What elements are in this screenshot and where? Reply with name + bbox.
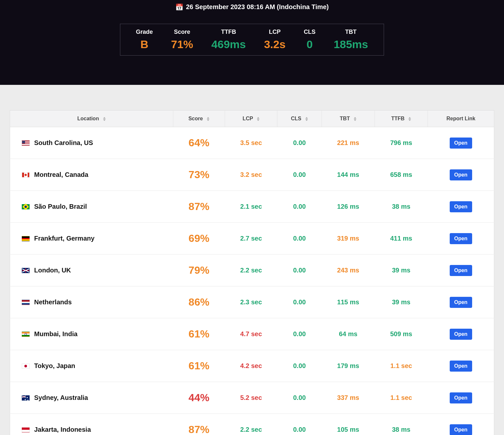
flag-icon (22, 172, 30, 178)
summary-label: TTFB (211, 29, 246, 35)
cell-report: Open (428, 255, 494, 286)
cell-cls: 0.00 (277, 159, 322, 191)
cell-lcp: 3.5 sec (225, 127, 277, 159)
cell-location: São Paulo, Brazil (10, 191, 173, 223)
col-location-label: Location (77, 116, 99, 121)
summary-value: 71% (171, 38, 193, 51)
summary-item-score: Score71% (162, 29, 202, 51)
location-text: Montreal, Canada (34, 171, 88, 178)
flag-icon (22, 204, 30, 209)
sort-icon (305, 117, 308, 121)
cell-location: Netherlands (10, 286, 173, 318)
open-report-button[interactable]: Open (450, 265, 472, 276)
col-cls[interactable]: CLS (277, 111, 322, 127)
cell-location: South Carolina, US (10, 127, 173, 159)
flag-icon (22, 236, 30, 241)
cell-report: Open (428, 159, 494, 191)
cell-tbt: 179 ms (322, 350, 375, 382)
cell-score: 64% (173, 127, 225, 159)
open-report-button[interactable]: Open (450, 329, 472, 340)
cell-lcp: 5.2 sec (225, 382, 277, 414)
cell-lcp: 4.2 sec (225, 350, 277, 382)
cell-location: Tokyo, Japan (10, 350, 173, 382)
cell-score: 79% (173, 255, 225, 286)
cell-cls: 0.00 (277, 318, 322, 350)
cell-tbt: 115 ms (322, 286, 375, 318)
col-score[interactable]: Score (173, 111, 225, 127)
col-lcp-label: LCP (243, 116, 253, 121)
table-row: Sydney, Australia44%5.2 sec0.00337 ms1.1… (10, 382, 494, 414)
cell-location: Montreal, Canada (10, 159, 173, 191)
summary-value: 3.2s (264, 38, 285, 51)
col-lcp[interactable]: LCP (225, 111, 277, 127)
flag-icon (22, 427, 30, 432)
cell-report: Open (428, 191, 494, 223)
cell-score: 61% (173, 350, 225, 382)
table-row: Frankfurt, Germany69%2.7 sec0.00319 ms41… (10, 223, 494, 255)
cell-report: Open (428, 382, 494, 414)
cell-cls: 0.00 (277, 127, 322, 159)
flag-icon (22, 140, 30, 146)
cell-lcp: 2.1 sec (225, 191, 277, 223)
location-text: Sydney, Australia (34, 394, 88, 401)
table-row: Tokyo, Japan61%4.2 sec0.00179 ms1.1 secO… (10, 350, 494, 382)
table-row: Montreal, Canada73%3.2 sec0.00144 ms658 … (10, 159, 494, 191)
cell-lcp: 3.2 sec (225, 159, 277, 191)
open-report-button[interactable]: Open (450, 424, 472, 435)
location-text: Frankfurt, Germany (34, 235, 95, 242)
table-row: London, UK79%2.2 sec0.00243 ms39 msOpen (10, 255, 494, 286)
location-text: Mumbai, India (34, 330, 77, 337)
table-row: São Paulo, Brazil87%2.1 sec0.00126 ms38 … (10, 191, 494, 223)
summary-item-cls: CLS0 (295, 29, 325, 51)
open-report-button[interactable]: Open (450, 361, 472, 372)
cell-lcp: 2.3 sec (225, 286, 277, 318)
cell-ttfb: 39 ms (375, 286, 428, 318)
sort-icon (354, 117, 356, 121)
report-timestamp-text: 26 September 2023 08:16 AM (Indochina Ti… (186, 3, 329, 11)
open-report-button[interactable]: Open (450, 233, 472, 244)
col-cls-label: CLS (291, 116, 301, 121)
cell-ttfb: 38 ms (375, 191, 428, 223)
cell-tbt: 64 ms (322, 318, 375, 350)
cell-lcp: 4.7 sec (225, 318, 277, 350)
col-tbt[interactable]: TBT (322, 111, 375, 127)
open-report-button[interactable]: Open (450, 169, 472, 180)
col-report: Report Link (428, 111, 494, 127)
summary-item-grade: GradeB (127, 29, 162, 51)
cell-score: 69% (173, 223, 225, 255)
cell-lcp: 2.7 sec (225, 223, 277, 255)
cell-cls: 0.00 (277, 191, 322, 223)
summary-item-lcp: LCP3.2s (255, 29, 295, 51)
cell-report: Open (428, 350, 494, 382)
summary-item-tbt: TBT185ms (325, 29, 377, 51)
open-report-button[interactable]: Open (450, 201, 472, 212)
flag-icon (22, 268, 30, 273)
cell-score: 61% (173, 318, 225, 350)
table-row: South Carolina, US64%3.5 sec0.00221 ms79… (10, 127, 494, 159)
summary-label: TBT (334, 29, 368, 35)
col-ttfb[interactable]: TTFB (375, 111, 428, 127)
cell-tbt: 319 ms (322, 223, 375, 255)
table-row: Netherlands86%2.3 sec0.00115 ms39 msOpen (10, 286, 494, 318)
open-report-button[interactable]: Open (450, 297, 472, 308)
flag-icon (22, 395, 30, 401)
sort-icon (408, 117, 411, 121)
col-location[interactable]: Location (10, 111, 173, 127)
cell-report: Open (428, 318, 494, 350)
summary-value: 0 (304, 38, 315, 51)
open-report-button[interactable]: Open (450, 138, 472, 149)
col-score-label: Score (188, 116, 203, 121)
cell-report: Open (428, 414, 494, 435)
cell-report: Open (428, 127, 494, 159)
cell-ttfb: 411 ms (375, 223, 428, 255)
hero-section: 📅 26 September 2023 08:16 AM (Indochina … (0, 0, 504, 85)
table-header-row: Location Score LCP CLS TBT (10, 111, 494, 127)
cell-location: Sydney, Australia (10, 382, 173, 414)
open-report-button[interactable]: Open (450, 392, 472, 403)
cell-ttfb: 1.1 sec (375, 382, 428, 414)
content-area: Location Score LCP CLS TBT (0, 85, 504, 435)
summary-metrics: GradeBScore71%TTFB469msLCP3.2sCLS0TBT185… (120, 24, 384, 56)
cell-ttfb: 658 ms (375, 159, 428, 191)
cell-score: 86% (173, 286, 225, 318)
cell-lcp: 2.2 sec (225, 414, 277, 435)
